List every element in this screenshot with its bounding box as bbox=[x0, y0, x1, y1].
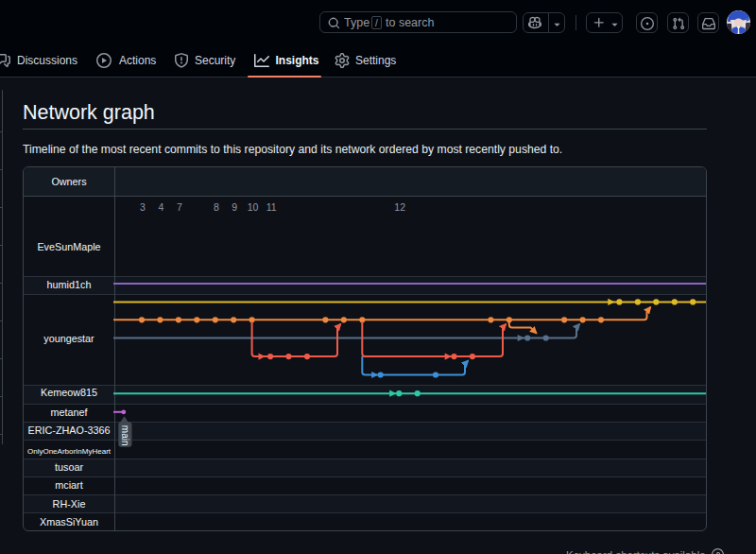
svg-text:main: main bbox=[120, 425, 130, 446]
